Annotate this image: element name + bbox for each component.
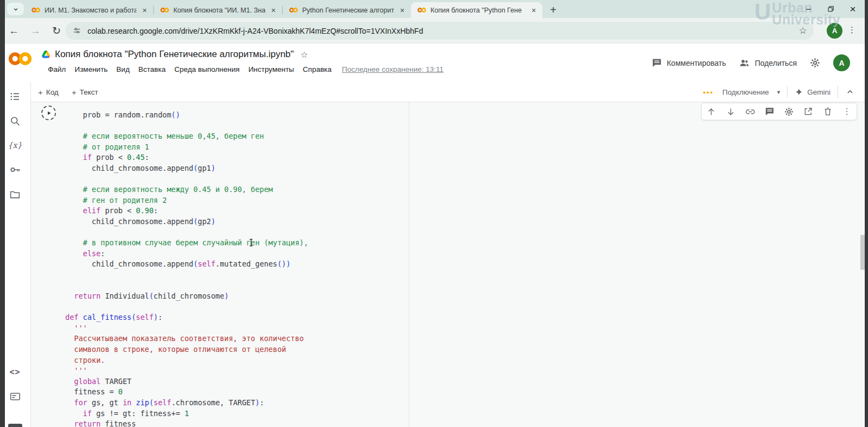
code-line bbox=[65, 281, 407, 292]
share-people-icon bbox=[739, 58, 750, 68]
sidebar-variables-icon[interactable]: {x} bbox=[9, 139, 22, 152]
tab-close-icon[interactable]: × bbox=[140, 6, 149, 15]
browser-tab[interactable]: Python Генетические алгорит× bbox=[283, 2, 411, 18]
colab-header: Копия блокнота "Python Генетические алго… bbox=[0, 44, 868, 82]
code-line: child_chromosome.append(self.mutated_gen… bbox=[65, 259, 407, 270]
variables-glyph: {x} bbox=[8, 141, 22, 150]
code-line: fitness = 0 bbox=[65, 387, 407, 398]
browser-window: ИИ. М1. Знакомство и работа×Копия блокно… bbox=[0, 0, 868, 427]
address-bar[interactable]: colab.research.google.com/drive/1XzKRmKk… bbox=[65, 22, 814, 40]
forward-button[interactable]: → bbox=[30, 25, 41, 37]
menu-вид[interactable]: Вид bbox=[116, 65, 129, 73]
code-line: # от родителя 1 bbox=[65, 142, 407, 153]
share-button[interactable]: Поделиться bbox=[739, 58, 797, 68]
minimize-button[interactable] bbox=[804, 5, 813, 14]
collapse-toolbar-icon[interactable] bbox=[845, 87, 855, 97]
browser-tab[interactable]: Копия блокнота "Python Гене× bbox=[411, 2, 542, 18]
plus-icon: + bbox=[38, 88, 43, 97]
colab-favicon-icon bbox=[160, 7, 170, 13]
notebook-content: prob = random.random() # если вероятност… bbox=[31, 102, 868, 427]
close-window-button[interactable]: × bbox=[848, 5, 857, 14]
menu-среда-выполнения[interactable]: Среда выполнения bbox=[174, 65, 240, 73]
notebook-title[interactable]: Копия блокнота "Python Генетические алго… bbox=[55, 49, 294, 60]
menu-справка[interactable]: Справка bbox=[303, 65, 332, 73]
tab-close-icon[interactable]: × bbox=[398, 6, 407, 15]
resources-dots-icon[interactable]: ••• bbox=[703, 88, 714, 96]
menu-файл[interactable]: Файл bbox=[48, 65, 66, 73]
connect-dropdown-icon[interactable]: ▾ bbox=[777, 89, 780, 96]
code-line bbox=[65, 121, 407, 132]
cell-open-in-tab-icon[interactable] bbox=[803, 106, 814, 117]
last-saved-link[interactable]: Последнее сохранение: 13:11 bbox=[342, 65, 444, 73]
back-button[interactable]: ← bbox=[9, 25, 19, 37]
code-line: # ген от родителя 2 bbox=[65, 195, 407, 206]
browser-tab-bar: ИИ. М1. Знакомство и работа×Копия блокно… bbox=[0, 0, 868, 18]
bookmark-star-icon[interactable]: ☆ bbox=[799, 25, 807, 36]
url-text[interactable]: colab.research.google.com/drive/1XzKRmKk… bbox=[88, 27, 799, 35]
site-info-icon[interactable] bbox=[72, 26, 82, 35]
code-line: # в противном случае берем случайный ген… bbox=[65, 238, 407, 249]
code-line: # если вероятность меньше 0,45, берем ге… bbox=[65, 131, 407, 142]
sidebar-code-snippets-icon[interactable]: <> bbox=[9, 366, 22, 379]
sidebar-files-icon[interactable] bbox=[9, 188, 22, 201]
connect-button[interactable]: Подключение bbox=[722, 88, 769, 96]
share-label: Поделиться bbox=[755, 59, 797, 67]
gemini-sparkle-icon bbox=[795, 88, 803, 96]
restore-button[interactable] bbox=[826, 5, 835, 14]
nav-buttons: ← → ↻ bbox=[9, 18, 61, 44]
cell-move-up-icon[interactable] bbox=[706, 106, 717, 117]
code-line: if gs != gt: fitness+= 1 bbox=[65, 409, 407, 419]
tab-close-icon[interactable]: × bbox=[269, 6, 278, 15]
add-text-cell-button[interactable]: + Текст bbox=[72, 88, 98, 97]
plus-icon: + bbox=[72, 88, 77, 97]
code-line: ''' bbox=[65, 366, 407, 376]
gemini-button[interactable]: Gemini bbox=[795, 88, 830, 96]
colab-profile-avatar[interactable]: A bbox=[833, 54, 850, 71]
code-line bbox=[65, 302, 407, 313]
code-cell[interactable]: prob = random.random() # если вероятност… bbox=[38, 102, 409, 427]
code-line: child_chromosome.append(gp1) bbox=[65, 163, 407, 174]
code-line: elif prob < 0.90: bbox=[65, 206, 407, 216]
colab-favicon-icon bbox=[31, 7, 41, 13]
sidebar-secrets-icon[interactable] bbox=[9, 163, 22, 176]
cell-comment-icon[interactable] bbox=[764, 106, 775, 117]
code-line: else: bbox=[65, 249, 407, 259]
sidebar-table-of-contents-icon[interactable] bbox=[9, 90, 22, 103]
code-line: ''' bbox=[65, 323, 407, 334]
menu-изменить[interactable]: Изменить bbox=[74, 65, 108, 73]
add-code-cell-button[interactable]: + Код bbox=[38, 88, 59, 97]
code-line: for gs, gt in zip(self.chromosome, TARGE… bbox=[65, 398, 407, 409]
cell-delete-icon[interactable] bbox=[822, 106, 833, 117]
cell-move-down-icon[interactable] bbox=[725, 106, 736, 117]
settings-gear-icon[interactable] bbox=[809, 57, 821, 69]
cell-more-icon[interactable]: ⋮ bbox=[841, 106, 852, 117]
cell-link-icon[interactable] bbox=[745, 106, 755, 117]
code-line: символов в строке, которые отличаются от… bbox=[65, 344, 407, 355]
run-cell-button[interactable] bbox=[41, 106, 56, 120]
sidebar-search-icon[interactable] bbox=[9, 114, 22, 127]
tab-search-button[interactable] bbox=[7, 3, 24, 15]
star-notebook-icon[interactable]: ☆ bbox=[301, 49, 308, 60]
code-line bbox=[65, 270, 407, 281]
browser-tab[interactable]: ИИ. М1. Знакомство и работа× bbox=[25, 2, 153, 18]
browser-toolbar: ← → ↻ colab.research.google.com/drive/1X… bbox=[0, 18, 868, 44]
colab-favicon-icon bbox=[417, 7, 427, 13]
menu-вставка[interactable]: Вставка bbox=[139, 65, 166, 73]
code-editor[interactable]: prob = random.random() # если вероятност… bbox=[65, 110, 407, 427]
code-line: def cal_fitness(self): bbox=[65, 312, 407, 323]
tab-close-icon[interactable]: × bbox=[529, 6, 538, 15]
comment-button[interactable]: Комментировать bbox=[652, 58, 726, 68]
browser-profile-avatar[interactable]: A bbox=[827, 23, 842, 39]
add-text-label: Текст bbox=[79, 88, 98, 96]
new-tab-button[interactable]: + bbox=[550, 4, 557, 15]
browser-tab[interactable]: Копия блокнота "ИИ. М1. Зна× bbox=[154, 2, 282, 18]
code-line: prob = random.random() bbox=[65, 110, 407, 121]
menu-инструменты[interactable]: Инструменты bbox=[248, 65, 294, 73]
colab-logo[interactable] bbox=[7, 51, 33, 66]
reload-button[interactable]: ↻ bbox=[52, 24, 61, 37]
cell-settings-icon[interactable] bbox=[783, 106, 794, 117]
comment-icon bbox=[652, 58, 662, 68]
code-line: if prob < 0.45: bbox=[65, 152, 407, 163]
browser-menu-icon[interactable]: ⋮ bbox=[848, 25, 856, 35]
sidebar-terminal-icon[interactable] bbox=[9, 390, 22, 403]
